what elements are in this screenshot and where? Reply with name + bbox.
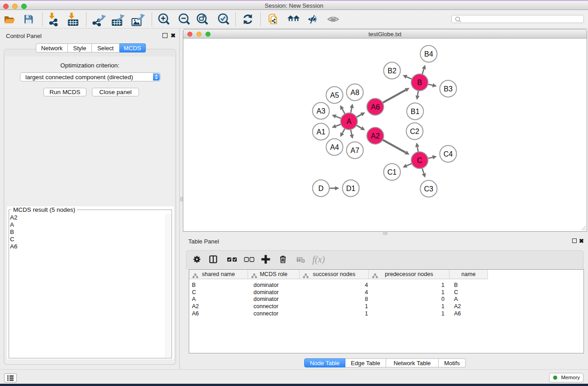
svg-text:A2: A2 [371,132,380,140]
svg-text:C3: C3 [424,185,434,193]
svg-text:D: D [318,185,324,192]
svg-text:B3: B3 [444,85,453,93]
svg-text:D1: D1 [346,185,356,192]
svg-text:A5: A5 [330,91,339,99]
svg-text:B4: B4 [424,50,433,58]
svg-text:C1: C1 [387,168,397,176]
svg-text:A3: A3 [316,107,325,115]
svg-text:A1: A1 [316,128,325,136]
svg-text:A6: A6 [371,103,380,111]
svg-text:A4: A4 [330,143,339,151]
svg-text:B1: B1 [411,108,420,115]
svg-text:C2: C2 [410,128,420,135]
svg-text:A: A [347,118,352,125]
svg-text:A7: A7 [350,147,359,154]
svg-text:B2: B2 [387,67,397,75]
svg-text:C: C [417,157,422,164]
svg-text:B: B [417,79,422,86]
svg-text:A8: A8 [350,89,359,96]
svg-text:C4: C4 [444,150,453,158]
